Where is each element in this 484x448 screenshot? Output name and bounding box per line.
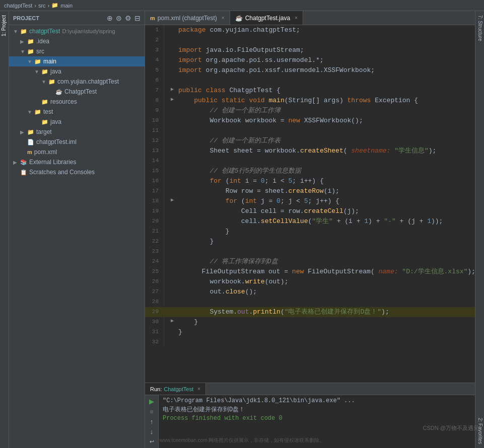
tree-arrow: [34, 99, 41, 105]
code-line-20: 20 cell.setCellValue("学生" + (i + 1) + "-…: [145, 216, 475, 227]
pom-xml-tab-icon: m: [150, 15, 155, 21]
tree-item-test[interactable]: ▼ 📁 test: [9, 107, 145, 117]
run-tab[interactable]: Run: ChatgptTest ×: [145, 383, 206, 395]
folder-icon: 📁: [20, 28, 27, 35]
iml-icon: 📄: [27, 139, 34, 145]
scratches-icon: 📋: [20, 169, 27, 176]
tree-item-chatgpttest[interactable]: ▼ 📁 chatgptTest D:\yujian\study\spring: [9, 26, 145, 36]
line-gutter: ▶: [168, 317, 176, 325]
line-gutter: ▶: [168, 86, 176, 93]
line-number: 28: [145, 297, 164, 306]
tree-item-package[interactable]: ▼ 📁 com.yujian.chatgptTest: [9, 77, 145, 87]
tree-item-chatgpttest-java[interactable]: ☕ ChatgptTest: [9, 87, 145, 97]
stop-button[interactable]: ■: [147, 407, 156, 416]
tree-item-java-dir[interactable]: ▼ 📁 java: [9, 66, 145, 77]
tree-arrow: ▼: [20, 49, 27, 54]
tree-item-main[interactable]: ▼ 📁 main: [9, 56, 145, 66]
tree-arrow: ▶: [20, 39, 27, 44]
scroll-down-icon[interactable]: ↓: [147, 427, 156, 436]
library-icon: 📚: [20, 159, 27, 166]
fold-icon[interactable]: ▶: [171, 86, 174, 93]
code-line-5: 5 import org.apache.poi.xssf.usermodel.X…: [145, 65, 475, 76]
tab-chatgpttest-java[interactable]: ☕ ChatgptTest.java ×: [230, 11, 303, 25]
process-line: Process finished with exit code 0: [163, 415, 471, 422]
right-panel-tabs: 7: Structure 2: Favorites: [475, 11, 484, 448]
fold-icon[interactable]: ▶: [171, 317, 174, 325]
code-line-15: 15 // 创建5行5列的学生信息数据: [145, 166, 475, 176]
tree-arrow: [34, 119, 41, 125]
fold-icon[interactable]: ▶: [171, 196, 174, 204]
tree-arrow: [20, 150, 27, 155]
code-content: cell.setCellValue("学生" + (i + 1) + "-" +…: [176, 216, 475, 227]
tree-item-scratches[interactable]: 📋 Scratches and Consoles: [9, 167, 145, 177]
fold-icon[interactable]: ▶: [171, 96, 174, 103]
code-line-2: 2: [145, 35, 475, 45]
code-content: }: [176, 317, 475, 327]
run-command: "C:\Program Files\Java\jdk1.8.0_121\bin\…: [163, 397, 355, 404]
line-number: 18: [145, 196, 164, 205]
run-output: "C:\Program Files\Java\jdk1.8.0_121\bin\…: [159, 395, 475, 448]
code-content: import org.apache.poi.xssf.usermodel.XSS…: [176, 65, 475, 76]
code-line-16: 16 for (int i = 0; i < 5; i++) {: [145, 176, 475, 186]
line-number: 23: [145, 247, 164, 256]
line-number: 4: [145, 55, 164, 64]
tree-arrow: ▼: [27, 109, 34, 115]
java-tab-close[interactable]: ×: [295, 15, 298, 21]
line-number: 9: [145, 106, 164, 115]
layout-icon[interactable]: ⊟: [134, 14, 141, 22]
line-number: 13: [145, 146, 164, 155]
code-line-12: 12 // 创建一个新的工作表: [145, 136, 475, 146]
line-number: 24: [145, 257, 164, 266]
line-number: 20: [145, 216, 164, 226]
tree-item-ext-libs[interactable]: ▶ 📚 External Libraries: [9, 157, 145, 167]
run-tab-close[interactable]: ×: [197, 386, 200, 392]
line-number: 31: [145, 327, 164, 336]
new-dir-icon[interactable]: ⊜: [116, 14, 122, 22]
line-number: 16: [145, 176, 164, 185]
tree-item-target[interactable]: ▶ 📁 target: [9, 127, 145, 137]
code-content: System.out.println("电子表格已创建并保存到D盘！");: [176, 307, 475, 317]
code-line-32: 32: [145, 337, 475, 347]
scroll-up-icon[interactable]: ↑: [147, 417, 156, 426]
wrap-icon[interactable]: ↩: [147, 437, 156, 446]
play-button[interactable]: ▶: [147, 397, 156, 406]
settings-icon[interactable]: ⚙: [125, 14, 131, 22]
structure-tab[interactable]: 7: Structure: [475, 11, 484, 45]
java-tab-icon: ☕: [235, 15, 243, 22]
pom-xml-tab-close[interactable]: ×: [222, 15, 225, 21]
breadcrumb-main[interactable]: main: [60, 3, 73, 9]
tree-item-src[interactable]: ▼ 📁 src: [9, 46, 145, 56]
tree-item-pom[interactable]: m pom.xml: [9, 147, 145, 157]
resources-icon: 📁: [41, 99, 48, 105]
code-content: Sheet sheet = workbook.createSheet( shee…: [176, 146, 475, 156]
tree-arrow: [48, 89, 55, 95]
code-line-19: 19 Cell cell = row.createCell(j);: [145, 206, 475, 216]
tree-item-resources[interactable]: 📁 resources: [9, 97, 145, 107]
bottom-main: ▶ ■ ↑ ↓ ↩ "C:\Program Files\Java\jdk1.8.…: [145, 395, 475, 448]
editor-area: m pom.xml (chatgptTest) × ☕ ChatgptTest.…: [145, 11, 475, 448]
pom-xml-tab-label: pom.xml (chatgptTest): [158, 15, 217, 22]
project-tab[interactable]: 1: Project: [0, 11, 9, 40]
line-number: 25: [145, 267, 164, 276]
breadcrumb-project[interactable]: chatgptTest: [4, 3, 32, 9]
line-number: 29: [145, 307, 164, 316]
line-number: 22: [145, 237, 164, 246]
line-number: 17: [145, 186, 164, 195]
code-editor[interactable]: 1 package com.yujian.chatgptTest; 2 3 im…: [145, 25, 475, 383]
breadcrumb-sep1: ›: [34, 3, 36, 9]
breadcrumb-src[interactable]: src: [38, 3, 46, 9]
new-file-icon[interactable]: ⊕: [107, 14, 113, 22]
line-number: 7: [145, 86, 164, 95]
tree-item-iml[interactable]: 📄 chatgptTest.iml: [9, 137, 145, 147]
tree-item-idea[interactable]: ▶ 📁 .idea: [9, 36, 145, 46]
code-line-9: 9 // 创建一个新的工作簿: [145, 106, 475, 116]
line-number: 27: [145, 287, 164, 296]
code-line-21: 21 }: [145, 227, 475, 237]
favorites-tab[interactable]: 2: Favorites: [475, 414, 484, 448]
tree-item-test-java[interactable]: 📁 java: [9, 117, 145, 127]
folder-icon: 📁: [27, 48, 34, 55]
code-line-7: 7 ▶ public class ChatgptTest {: [145, 86, 475, 96]
folder-icon: 📁: [27, 129, 34, 135]
code-line-6: 6: [145, 76, 475, 86]
tab-pom-xml[interactable]: m pom.xml (chatgptTest) ×: [145, 11, 230, 25]
